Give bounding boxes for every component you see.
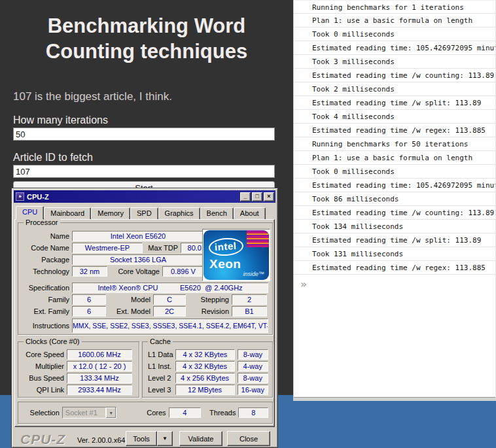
bus-speed-value: 133.34 MHz bbox=[67, 373, 132, 383]
log-line: Estimated reading time: 105.426972095 mi… bbox=[294, 41, 495, 55]
validate-button[interactable]: Validate bbox=[179, 431, 222, 446]
model-label: Model bbox=[109, 296, 153, 303]
xeon-logo-frame: intel Xeon inside™ bbox=[202, 229, 270, 281]
revision-value: B1 bbox=[232, 306, 267, 317]
log-line: Estimated reading time /w split: 113.89 bbox=[294, 233, 495, 247]
intel-brand-text: intel bbox=[208, 237, 244, 257]
log-line: Took 3 milliseconds bbox=[294, 55, 495, 69]
ext-family-label: Ext. Family bbox=[22, 307, 72, 315]
level3-size: 12 MBytes bbox=[175, 385, 235, 395]
code-name-value: Westmere-EP bbox=[72, 243, 143, 253]
chevron-down-icon[interactable]: ▼ bbox=[105, 407, 116, 418]
tab-bar: CPU Mainboard Memory SPD Graphics Bench … bbox=[16, 206, 266, 220]
cores-value: 4 bbox=[169, 407, 201, 418]
stepping-label: Stepping bbox=[191, 296, 232, 303]
clocks-groupbox: Clocks (Core #0) Core Speed 1600.06 MHz … bbox=[18, 341, 139, 398]
article-id-label: Article ID to fetch bbox=[13, 152, 280, 164]
technology-label: Technology bbox=[22, 267, 72, 275]
instructions-label: Instructions bbox=[22, 322, 72, 330]
log-line: Estimated reading time /w regex: 113.885 bbox=[294, 124, 495, 137]
tab-cpu[interactable]: CPU bbox=[16, 206, 44, 220]
log-line: Plan 1: use a basic formula on length bbox=[294, 151, 495, 165]
close-button[interactable]: × bbox=[264, 192, 274, 201]
level3-label: Level 3 bbox=[147, 386, 175, 394]
clocks-legend: Clocks (Core #0) bbox=[24, 337, 82, 345]
family-label: Family bbox=[22, 296, 72, 303]
log-line: Took 131 milliseconds bbox=[294, 247, 495, 261]
multiplier-value: x 12.0 ( 12 - 20 ) bbox=[67, 361, 132, 371]
article-id-input[interactable] bbox=[13, 165, 275, 178]
tools-button[interactable]: Tools bbox=[126, 431, 157, 446]
core-speed-label: Core Speed bbox=[22, 351, 67, 358]
log-line: Running benchmarks for 1 iterations bbox=[294, 0, 495, 14]
ext-model-value: 2C bbox=[153, 306, 186, 317]
iterations-input[interactable] bbox=[13, 128, 275, 141]
family-value: 6 bbox=[72, 294, 106, 305]
level3-ways: 16-way bbox=[238, 385, 268, 395]
revision-label: Revision bbox=[191, 307, 232, 315]
max-tdp-label: Max TDP bbox=[147, 244, 181, 252]
cache-legend: Cache bbox=[148, 337, 173, 345]
core-voltage-label: Core Voltage bbox=[110, 267, 162, 275]
log-line: Took 86 milliseconds bbox=[294, 192, 495, 206]
tools-dropdown-arrow-icon[interactable]: ▼ bbox=[157, 431, 173, 446]
inside-tagline-text: inside™ bbox=[243, 271, 264, 277]
l1-data-size: 4 x 32 KBytes bbox=[175, 349, 235, 360]
cpu-name-value: Intel Xeon E5620 bbox=[72, 231, 204, 241]
tab-bench[interactable]: Bench bbox=[200, 207, 234, 220]
close-window-button[interactable]: Close bbox=[227, 431, 270, 446]
processor-groupbox: Processor Name Intel Xeon E5620 Code Nam… bbox=[18, 222, 273, 335]
core-speed-value: 1600.06 MHz bbox=[67, 349, 132, 360]
tab-spd[interactable]: SPD bbox=[130, 207, 158, 220]
benchmark-log-panel: Running benchmarks for 1 iterations Plan… bbox=[293, 0, 496, 401]
cache-groupbox: Cache L1 Data 4 x 32 KBytes 8-way L1 Ins… bbox=[142, 341, 273, 398]
cores-label: Cores bbox=[133, 409, 168, 417]
bus-speed-label: Bus Speed bbox=[22, 374, 67, 382]
log-line: Took 134 milliseconds bbox=[294, 220, 495, 233]
l1-data-ways: 8-way bbox=[238, 349, 268, 360]
log-line: Took 2 milliseconds bbox=[294, 82, 495, 96]
xeon-product-text: Xeon bbox=[209, 257, 241, 271]
log-line: Estimated reading time /w regex: 113.885 bbox=[294, 261, 495, 275]
instructions-value: MMX, SSE, SSE2, SSE3, SSSE3, SSE4.1, SSE… bbox=[72, 319, 268, 333]
maximize-button[interactable]: □ bbox=[252, 192, 262, 201]
threads-label: Threads bbox=[206, 409, 238, 417]
note-text: 107 is the biggest article, I think. bbox=[13, 90, 280, 103]
cpuz-window: CPU-Z _ □ × CPU Mainboard Memory SPD Gra… bbox=[11, 188, 278, 448]
log-line: Took 0 milliseconds bbox=[294, 165, 495, 179]
ext-model-label: Ext. Model bbox=[109, 307, 153, 315]
console-prompt-icon: » bbox=[294, 275, 495, 290]
stepping-value: 2 bbox=[232, 294, 267, 305]
log-line: Took 0 milliseconds bbox=[294, 27, 495, 41]
tab-about[interactable]: About bbox=[234, 207, 266, 220]
log-line: Plan 1: use a basic formula on length bbox=[294, 14, 495, 27]
log-line: Estimated reading time /w counting: 113.… bbox=[294, 206, 495, 220]
technology-value: 32 nm bbox=[72, 266, 107, 277]
log-line: Running benchmarks for 50 iterations bbox=[294, 137, 495, 151]
level2-ways: 8-way bbox=[238, 373, 268, 383]
version-text: Ver. 2.00.0.x64 bbox=[77, 436, 125, 444]
package-value: Socket 1366 LGA bbox=[72, 254, 204, 265]
tab-graphics[interactable]: Graphics bbox=[158, 207, 200, 220]
name-label: Name bbox=[22, 232, 72, 240]
l1-inst-size: 4 x 32 KBytes bbox=[175, 361, 235, 371]
qpi-link-value: 2933.44 MHz bbox=[67, 385, 132, 395]
threads-value: 8 bbox=[238, 407, 268, 418]
tab-memory[interactable]: Memory bbox=[91, 207, 130, 220]
l1-inst-ways: 4-way bbox=[238, 361, 268, 371]
minimize-button[interactable]: _ bbox=[240, 192, 251, 201]
level2-label: Level 2 bbox=[147, 374, 175, 382]
model-value: C bbox=[153, 294, 186, 305]
code-name-label: Code Name bbox=[22, 244, 72, 252]
log-line: Estimated reading time /w split: 113.89 bbox=[294, 96, 495, 110]
qpi-link-label: QPI Link bbox=[22, 386, 67, 394]
package-label: Package bbox=[22, 256, 72, 264]
cpu-die-pattern-icon bbox=[247, 230, 269, 247]
selection-label: Selection bbox=[22, 409, 62, 417]
l1-data-label: L1 Data bbox=[147, 351, 175, 358]
cpuz-titlebar[interactable]: CPU-Z _ □ × bbox=[14, 190, 275, 203]
ext-family-value: 6 bbox=[72, 306, 106, 317]
socket-select[interactable]: Socket #1 ▼ bbox=[62, 407, 116, 419]
cpuz-footer-logo: CPU-Z bbox=[20, 432, 65, 447]
cpu-tab-page: Processor Name Intel Xeon E5620 Code Nam… bbox=[14, 219, 275, 427]
